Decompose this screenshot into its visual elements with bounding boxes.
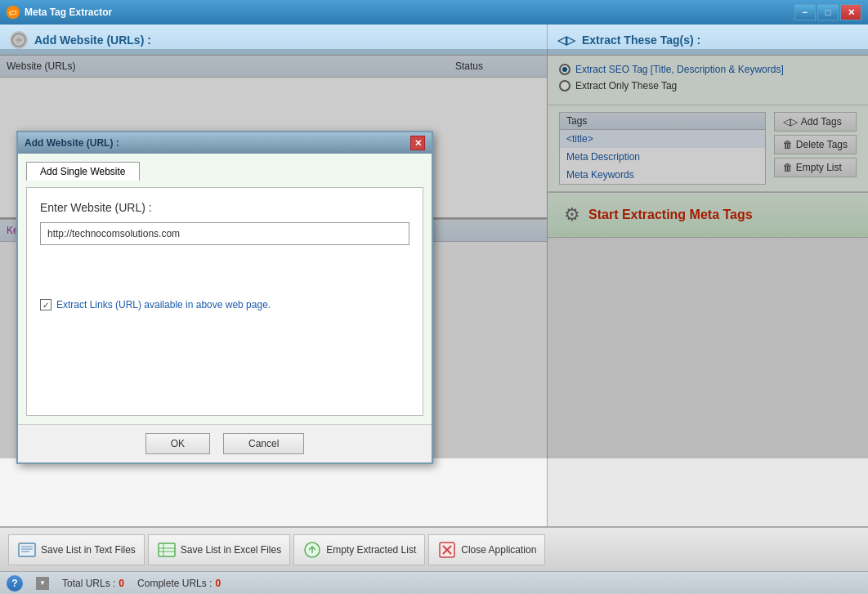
arrows-icon: ◁▷ (557, 33, 575, 47)
minimize-button[interactable]: − (794, 4, 816, 20)
save-excel-button[interactable]: Save List in Excel Files (148, 534, 290, 565)
ok-button[interactable]: OK (145, 433, 210, 454)
save-excel-label: Save List in Excel Files (181, 544, 281, 556)
app-icon: 🏷 (7, 6, 20, 19)
complete-urls-label: Complete URLs : (137, 578, 212, 589)
dropdown-button[interactable]: ▼ (36, 577, 49, 590)
empty-extracted-button[interactable]: Empty Extracted List (293, 534, 425, 565)
help-button[interactable]: ? (7, 575, 23, 592)
dialog-overlay: Add Website (URL) : ✕ Add Single Website… (0, 49, 868, 458)
empty-extracted-label: Empty Extracted List (326, 544, 416, 556)
dialog-footer: OK Cancel (18, 424, 432, 462)
cancel-button[interactable]: Cancel (223, 433, 304, 454)
title-bar: 🏷 Meta Tag Extractor − □ ✕ (0, 0, 868, 25)
save-text-icon (17, 540, 37, 560)
add-website-dialog: Add Website (URL) : ✕ Add Single Website… (16, 131, 433, 464)
tab-add-single-website[interactable]: Add Single Website (26, 162, 140, 181)
total-urls-value: 0 (119, 578, 124, 589)
window-title: Meta Tag Extractor (25, 7, 112, 18)
dialog-content: Enter Website (URL) : Extract Links (URL… (26, 187, 423, 416)
close-app-button[interactable]: Close Application (428, 534, 545, 565)
svg-rect-5 (159, 543, 175, 556)
extract-links-checkbox[interactable] (40, 299, 51, 310)
close-app-icon (437, 540, 457, 560)
left-panel-title: Add Website (URLs) : (34, 33, 151, 47)
enter-url-label: Enter Website (URL) : (40, 201, 409, 214)
complete-urls-value: 0 (215, 578, 221, 589)
dialog-title: Add Website (URL) : (25, 137, 119, 149)
main-container: Add Website (URLs) : Website (URLs) Stat… (0, 25, 868, 526)
save-text-button[interactable]: Save List in Text Files (8, 534, 145, 565)
empty-extracted-icon (302, 540, 322, 560)
save-excel-icon (157, 540, 177, 560)
extract-links-label: Extract Links (URL) available in above w… (56, 299, 271, 310)
total-urls-label: Total URLs : (62, 578, 115, 589)
close-button[interactable]: ✕ (840, 4, 861, 20)
total-urls-item: Total URLs : 0 (62, 578, 124, 589)
maximize-button[interactable]: □ (817, 4, 839, 20)
bottom-toolbar: Save List in Text Files Save List in Exc… (0, 526, 868, 571)
right-panel-title: Extract These Tag(s) : (582, 33, 700, 47)
dialog-title-bar: Add Website (URL) : ✕ (18, 132, 432, 154)
window-controls: − □ ✕ (794, 4, 861, 20)
save-text-label: Save List in Text Files (41, 544, 136, 556)
dialog-body: Add Single Website Enter Website (URL) :… (18, 154, 432, 424)
url-input[interactable] (40, 222, 409, 245)
dialog-close-button[interactable]: ✕ (410, 136, 425, 150)
complete-urls-item: Complete URLs : 0 (137, 578, 221, 589)
link-icon (10, 31, 28, 49)
svg-rect-1 (19, 543, 35, 556)
status-bar: ? ▼ Total URLs : 0 Complete URLs : 0 (0, 571, 868, 594)
close-app-label: Close Application (461, 544, 536, 556)
dialog-tab-row: Add Single Website (26, 162, 423, 181)
extract-links-row[interactable]: Extract Links (URL) available in above w… (40, 299, 409, 310)
